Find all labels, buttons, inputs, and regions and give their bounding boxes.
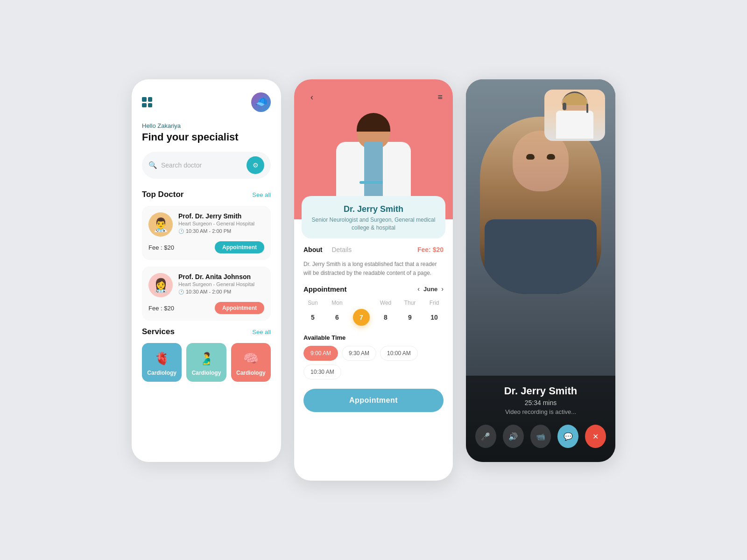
doctor-fee-1: Fee : $20 bbox=[148, 244, 174, 251]
doctor-card-1: 👨‍⚕️ Prof. Dr. Jerry Smith Heart Surgeon… bbox=[142, 206, 271, 260]
s2-doctor-specialty: Senior Neurologist and Surgeon, General … bbox=[311, 216, 436, 232]
doctor-avatar-1: 👨‍⚕️ bbox=[148, 212, 173, 237]
cardiology-icon-1: 🫀 bbox=[155, 351, 169, 366]
pip-person-video bbox=[544, 90, 605, 141]
service-card-cardiology-1[interactable]: 🫀 Cardiology bbox=[142, 343, 182, 382]
speaker-icon: 🔊 bbox=[508, 432, 518, 441]
s3-recording-status: Video recording is active... bbox=[475, 408, 606, 415]
doctor-info-1: Prof. Dr. Jerry Smith Heart Surgeon - Ge… bbox=[178, 212, 264, 234]
s2-doctor-name: Dr. Jerry Smith bbox=[311, 204, 436, 214]
camera-button[interactable]: 📹 bbox=[530, 425, 551, 448]
search-bar[interactable]: 🔍 Search doctor ⚙ bbox=[142, 152, 271, 179]
available-time-section: Available Time 9:00 AM 9:30 AM 10:00 AM … bbox=[303, 334, 444, 379]
screen-doctor-detail: ‹ ≡ Dr. Jerry Smith bbox=[294, 79, 453, 481]
cardiology-icon-2: 🫃 bbox=[199, 351, 214, 366]
services-header: Services See all bbox=[142, 327, 271, 336]
cal-day-thur[interactable]: Thur 9 bbox=[401, 300, 419, 326]
s2-tabs: About Details Fee: $20 bbox=[303, 246, 444, 253]
time-slot-1000[interactable]: 10:00 AM bbox=[380, 346, 418, 361]
service-label-1: Cardiology bbox=[147, 370, 176, 376]
tab-about[interactable]: About bbox=[303, 246, 322, 253]
time-slot-930[interactable]: 9:30 AM bbox=[342, 346, 376, 361]
cardiology-icon-3: 🧠 bbox=[243, 351, 258, 366]
pip-video-card: 〜 bbox=[544, 90, 605, 141]
s3-call-duration: 25:34 mins bbox=[475, 399, 606, 406]
available-time-title: Available Time bbox=[303, 334, 444, 341]
cal-day-frid[interactable]: Frid 10 bbox=[425, 300, 444, 326]
doctor-spec-2: Heart Surgeon - General Hospital bbox=[178, 281, 264, 287]
doctor-info-2: Prof. Dr. Anita Johnson Heart Surgeon - … bbox=[178, 273, 264, 294]
calendar-row: Sun 5 Mon 6 Tue 7 Wed 8 Thur 9 bbox=[303, 300, 444, 326]
doctor-time-1: 🕐 10:30 AM - 2:00 PM bbox=[178, 228, 264, 234]
search-placeholder: Search doctor bbox=[161, 161, 240, 169]
top-doctor-section-header: Top Doctor See all bbox=[142, 190, 271, 199]
service-cards: 🫀 Cardiology 🫃 Cardiology 🧠 Cardiology bbox=[142, 343, 271, 382]
appointment-button-2[interactable]: Appointment bbox=[215, 302, 264, 314]
call-info-panel: Dr. Jerry Smith 25:34 mins Video recordi… bbox=[466, 376, 615, 462]
time-slot-1030[interactable]: 10:30 AM bbox=[303, 364, 341, 379]
doctor-time-2: 🕐 10:30 AM - 2:00 PM bbox=[178, 289, 264, 294]
service-label-3: Cardiology bbox=[236, 370, 266, 376]
chat-icon: 💬 bbox=[564, 432, 573, 441]
service-card-cardiology-2[interactable]: 🫃 Cardiology bbox=[186, 343, 226, 382]
top-doctor-title: Top Doctor bbox=[142, 190, 183, 199]
services-section: Services See all 🫀 Cardiology 🫃 Cardiolo… bbox=[142, 327, 271, 382]
menu-button[interactable]: ≡ bbox=[437, 92, 443, 102]
screen-home: 🧢 Hello Zakariya Find your specialist 🔍 … bbox=[132, 79, 281, 462]
doctor-info-card: Dr. Jerry Smith Senior Neurologist and S… bbox=[302, 196, 445, 238]
doctor-spec-1: Heart Surgeon - General Hospital bbox=[178, 221, 264, 226]
greeting-sub: Hello Zakariya bbox=[142, 122, 271, 129]
service-card-cardiology-3[interactable]: 🧠 Cardiology bbox=[231, 343, 271, 382]
time-slot-900[interactable]: 9:00 AM bbox=[303, 346, 338, 361]
next-month-button[interactable]: › bbox=[441, 285, 444, 293]
cal-day-wed[interactable]: Wed 8 bbox=[376, 300, 395, 326]
appointment-section-title: Appointment bbox=[303, 285, 346, 293]
end-call-icon: ✕ bbox=[592, 432, 599, 441]
microphone-icon: 🎤 bbox=[481, 432, 490, 441]
cal-day-sun[interactable]: Sun 5 bbox=[303, 300, 322, 326]
service-label-2: Cardiology bbox=[192, 370, 221, 376]
doctor-avatar-2: 👩‍⚕️ bbox=[148, 273, 173, 297]
tab-details[interactable]: Details bbox=[331, 246, 352, 253]
doctor-footer-2: Fee : $20 Appointment bbox=[148, 302, 264, 314]
greeting-main: Find your specialist bbox=[142, 131, 271, 143]
back-button[interactable]: ‹ bbox=[304, 90, 319, 105]
prev-month-button[interactable]: ‹ bbox=[417, 285, 420, 293]
doctor-name-1: Prof. Dr. Jerry Smith bbox=[178, 212, 264, 220]
filter-button[interactable]: ⚙ bbox=[247, 156, 264, 174]
s2-about-text: Dr. Jerry Smith is a long established fa… bbox=[303, 260, 444, 278]
s3-doctor-name: Dr. Jerry Smith bbox=[475, 385, 606, 397]
mute-button[interactable]: 🎤 bbox=[475, 425, 496, 448]
screen2-body: About Details Fee: $20 Dr. Jerry Smith i… bbox=[294, 238, 453, 481]
cal-day-mon[interactable]: Mon 6 bbox=[328, 300, 346, 326]
call-controls: 🎤 🔊 📹 💬 ✕ bbox=[475, 425, 606, 448]
doctor-fee-2: Fee : $20 bbox=[148, 305, 174, 312]
see-all-doctors[interactable]: See all bbox=[252, 191, 271, 198]
clock-icon-1: 🕐 bbox=[178, 229, 184, 234]
screen1-header: 🧢 bbox=[142, 92, 271, 112]
screen2-nav: ‹ ≡ bbox=[304, 90, 443, 105]
speaker-button[interactable]: 🔊 bbox=[503, 425, 524, 448]
appointment-section-header: Appointment ‹ June › bbox=[303, 285, 444, 293]
end-call-button[interactable]: ✕ bbox=[585, 425, 606, 448]
user-avatar[interactable]: 🧢 bbox=[251, 92, 271, 112]
clock-icon-2: 🕐 bbox=[178, 289, 184, 294]
grid-icon[interactable] bbox=[142, 97, 152, 107]
chat-button[interactable]: 💬 bbox=[557, 425, 578, 448]
cal-day-tue[interactable]: Tue 7 bbox=[352, 300, 371, 326]
doctor-footer-1: Fee : $20 Appointment bbox=[148, 241, 264, 253]
see-all-services[interactable]: See all bbox=[252, 329, 271, 336]
camera-icon: 📹 bbox=[536, 432, 545, 441]
month-navigation: ‹ June › bbox=[417, 285, 444, 293]
doctor-card-2: 👩‍⚕️ Prof. Dr. Anita Johnson Heart Surge… bbox=[142, 266, 271, 321]
appointment-confirm-button[interactable]: Appointment bbox=[303, 389, 444, 412]
s2-fee-label: Fee: $20 bbox=[417, 246, 444, 253]
appointment-button-1[interactable]: Appointment bbox=[215, 241, 264, 253]
search-icon: 🔍 bbox=[148, 161, 157, 169]
services-title: Services bbox=[142, 327, 175, 336]
screen-video-call: 〜 Dr. Jerry Smith 25:34 mins Video recor… bbox=[466, 79, 615, 462]
current-month: June bbox=[423, 286, 437, 293]
screens-container: 🧢 Hello Zakariya Find your specialist 🔍 … bbox=[132, 79, 615, 481]
doctor-name-2: Prof. Dr. Anita Johnson bbox=[178, 273, 264, 280]
time-slots: 9:00 AM 9:30 AM 10:00 AM 10:30 AM bbox=[303, 346, 444, 379]
